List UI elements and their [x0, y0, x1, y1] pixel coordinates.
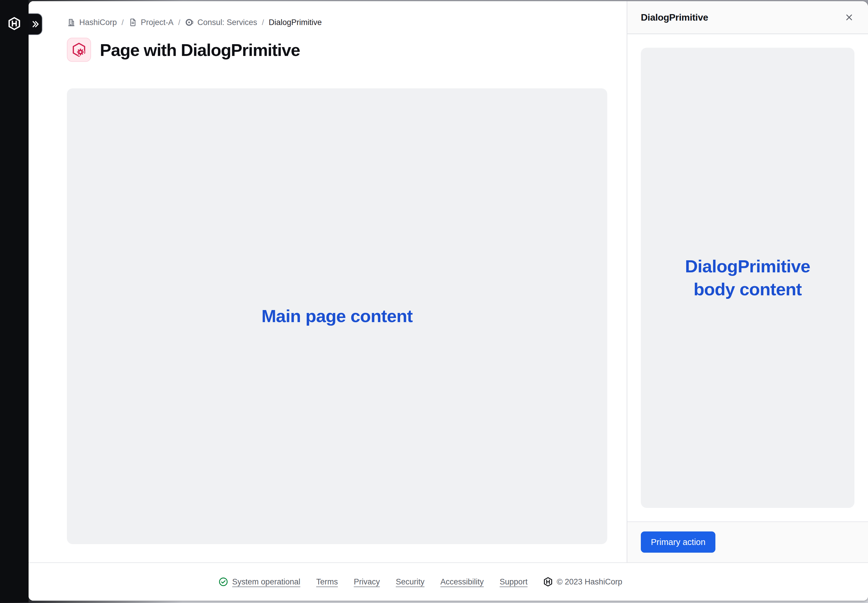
primary-action-button[interactable]: Primary action [641, 532, 715, 553]
dialog-header: DialogPrimitive [627, 1, 868, 34]
consul-icon [185, 18, 194, 27]
breadcrumb-label: HashiCorp [79, 18, 117, 27]
file-text-icon [129, 18, 137, 27]
footer-link-support[interactable]: Support [500, 577, 528, 586]
sidebar-expand-button[interactable] [29, 13, 42, 35]
hashicorp-logo-icon[interactable] [8, 17, 21, 30]
hexagon-gear-icon [71, 42, 87, 58]
hashicorp-logo-icon [543, 577, 553, 586]
main-placeholder-text: Main page content [261, 305, 412, 328]
system-status-label: System operational [232, 577, 300, 586]
system-status-link[interactable]: System operational [219, 577, 300, 587]
main-content-area: HashiCorp / Project-A / [29, 1, 627, 562]
breadcrumb-separator: / [178, 18, 180, 27]
app-footer: System operational Terms Privacy Securit… [29, 562, 868, 601]
breadcrumb-separator: / [262, 18, 264, 27]
footer-link-privacy[interactable]: Privacy [354, 577, 380, 586]
breadcrumb-item-consul-services[interactable]: Consul: Services [185, 18, 257, 27]
breadcrumb: HashiCorp / Project-A / [67, 17, 607, 28]
side-nav-rail [0, 0, 29, 602]
dialog-footer: Primary action [627, 521, 868, 562]
breadcrumb-separator: / [122, 18, 124, 27]
footer-link-security[interactable]: Security [396, 577, 425, 586]
breadcrumb-label: Project-A [141, 18, 174, 27]
footer-copyright: © 2023 HashiCorp [543, 577, 622, 586]
page-title: Page with DialogPrimitive [100, 40, 300, 60]
breadcrumb-label: DialogPrimitive [269, 18, 322, 27]
breadcrumb-item-project-a[interactable]: Project-A [129, 18, 174, 27]
footer-link-terms[interactable]: Terms [316, 577, 338, 586]
dialog-close-button[interactable] [842, 10, 856, 25]
dialog-body-placeholder: DialogPrimitive body content [641, 48, 854, 508]
copyright-text: © 2023 HashiCorp [556, 577, 622, 586]
main-page-content-placeholder: Main page content [67, 88, 607, 544]
breadcrumb-label: Consul: Services [197, 18, 257, 27]
footer-link-accessibility[interactable]: Accessibility [440, 577, 484, 586]
breadcrumb-item-current: DialogPrimitive [269, 18, 322, 27]
page-title-badge [67, 38, 91, 62]
dialog-primitive-panel: DialogPrimitive DialogPrimitive body con… [627, 1, 868, 562]
org-icon [67, 18, 76, 27]
dialog-title: DialogPrimitive [641, 12, 708, 23]
x-icon [844, 12, 854, 22]
dialog-placeholder-text: DialogPrimitive body content [665, 255, 830, 301]
app-frame: HashiCorp / Project-A / [29, 1, 868, 601]
breadcrumb-item-hashicorp[interactable]: HashiCorp [67, 18, 117, 27]
double-chevron-right-icon [31, 19, 40, 29]
check-circle-icon [219, 577, 228, 587]
dialog-body: DialogPrimitive body content [627, 34, 868, 521]
page-header: Page with DialogPrimitive [67, 38, 607, 62]
